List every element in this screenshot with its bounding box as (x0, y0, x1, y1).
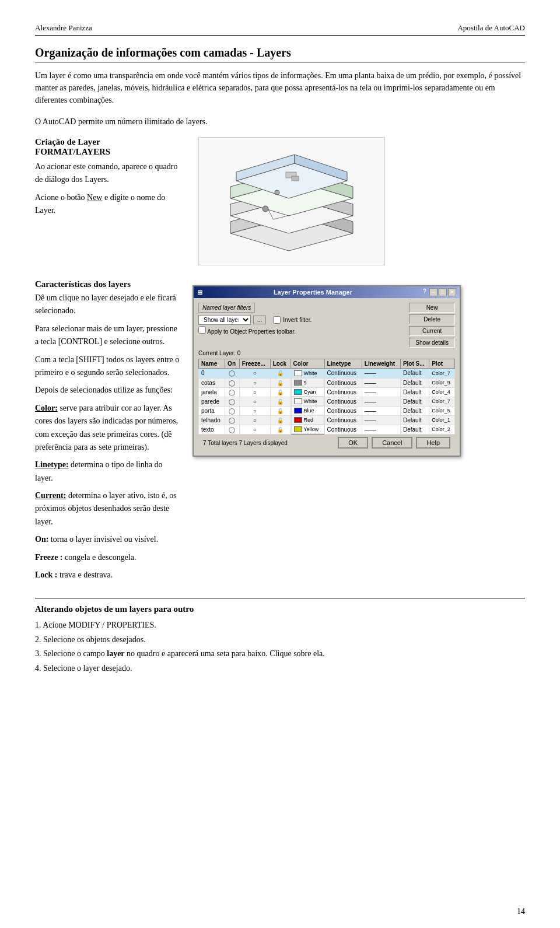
filter-dropdown[interactable]: Show all layers (198, 315, 251, 325)
page: Alexandre Panizza Apostila de AutoCAD Or… (0, 0, 560, 928)
cell-lock: 🔓 (270, 406, 290, 415)
ok-button[interactable]: OK (338, 437, 368, 449)
maximize-button[interactable]: □ (439, 288, 447, 296)
cell-plot: Color_4 (429, 387, 455, 397)
cell-color: Blue (291, 406, 324, 415)
minimize-button[interactable]: ─ (429, 288, 438, 296)
cell-lineweight: —— (362, 397, 400, 406)
cell-linetype: Continuous (324, 369, 362, 379)
col-lineweight: Lineweight (362, 359, 400, 369)
cell-lineweight: —— (362, 415, 400, 425)
close-button[interactable]: ✕ (448, 288, 456, 296)
cell-plot: Color_7 (429, 397, 455, 406)
section1-body1: Ao acionar este comando, aparece o quadr… (35, 160, 187, 187)
current-layer-button[interactable]: Current (409, 326, 455, 336)
cell-lock: 🔓 (270, 387, 290, 397)
delete-layer-button[interactable]: Delete (409, 314, 455, 324)
dialog-titlebar: ⊞ Layer Properties Manager ? ─ □ ✕ (194, 286, 460, 298)
col-color: Color (290, 359, 324, 369)
cell-on: ◯ (225, 387, 240, 397)
table-header-row: Name On Freeze... Lock Color Linetype Li… (199, 359, 455, 369)
cell-lineweight: —— (362, 387, 400, 397)
cell-lock: 🔓 (270, 397, 290, 406)
cell-on: ◯ (225, 397, 240, 406)
cell-on: ◯ (225, 369, 240, 379)
cell-name: telhado (199, 415, 225, 425)
cell-on: ◯ (225, 415, 240, 425)
cell-on: ◯ (225, 425, 240, 435)
new-layer-button[interactable]: New (409, 303, 455, 313)
apply-label: Apply to Object Properties toolbar. (207, 328, 296, 335)
on-label: On: (35, 535, 48, 544)
cell-freeze: ○ (239, 378, 270, 387)
layer-properties-dialog[interactable]: ⊞ Layer Properties Manager ? ─ □ ✕ Named… (192, 285, 461, 457)
current-layer-row: Current Layer: 0 (198, 350, 455, 356)
section2-lock: Lock : trava e destrava. (35, 569, 181, 582)
step-1: 1. Acione MODIFY / PROPERTIES. (35, 619, 525, 632)
freeze-label: Freeze : (35, 553, 63, 562)
cell-name: cotas (199, 378, 225, 387)
dialog-body: Named layer filters Show all layers ... … (194, 298, 460, 456)
section2-body3: Com a tecla [SHIFT] todos os layers entr… (35, 353, 181, 380)
new-underline: New (87, 193, 102, 202)
section2-on: On: torna o layer invisível ou visível. (35, 533, 181, 546)
cancel-button[interactable]: Cancel (372, 437, 412, 449)
layers-count: 7 Total layers 7 Layers displayed (203, 440, 288, 446)
cell-color: White (291, 369, 324, 378)
cell-color: Cyan (291, 387, 324, 397)
cell-name: 0 (199, 369, 225, 379)
cell-linetype: Continuous (324, 378, 362, 387)
col-plot: Plot (429, 359, 455, 369)
show-details-button[interactable]: Show details (409, 338, 455, 348)
apply-checkbox[interactable] (198, 326, 206, 334)
section-create-layer: Criação de Layer FORMAT/LAYERS Ao aciona… (35, 137, 525, 271)
table-row[interactable]: texto ◯ ○ 🔓 Yellow Continuous —— Default… (199, 425, 455, 435)
filter-section-label: Named layer filters (198, 303, 255, 313)
svg-point-18 (275, 190, 279, 195)
cell-lock: 🔓 (270, 425, 290, 435)
dialog-title-icon: ⊞ (197, 289, 202, 296)
invert-filter-row: Invert filter. (273, 316, 312, 324)
table-row[interactable]: porta ◯ ○ 🔓 Blue Continuous —— Default C… (199, 406, 455, 415)
section2-current: Current: determina o layer ativo, isto é… (35, 489, 181, 528)
col-linetype: Linetype (324, 359, 362, 369)
cell-plot-style: Default (400, 397, 429, 406)
document-title: Apostila de AutoCAD (457, 23, 525, 33)
table-row[interactable]: telhado ◯ ○ 🔓 Red Continuous —— Default … (199, 415, 455, 425)
cell-lineweight: —— (362, 425, 400, 435)
cell-color: White (291, 397, 324, 406)
section2-body1: Dê um clique no layer desejado e ele fic… (35, 292, 181, 318)
table-row[interactable]: parede ◯ ○ 🔓 White Continuous —— Default… (199, 397, 455, 406)
table-row[interactable]: 0 ◯ ○ 🔓 White Continuous —— Default Colo… (199, 369, 455, 379)
section2-body4: Depois de selecionados utilize as funçõe… (35, 384, 181, 397)
footer-buttons: OK Cancel Help (338, 437, 450, 449)
cell-on: ◯ (225, 378, 240, 387)
invert-filter-checkbox[interactable] (273, 316, 281, 324)
cell-on: ◯ (225, 406, 240, 415)
char-text: Características dos layers Dê um clique … (35, 279, 181, 586)
step-4: 4. Selecione o layer desejado. (35, 662, 525, 675)
invert-filter-label: Invert filter. (283, 317, 312, 323)
char-dialog: ⊞ Layer Properties Manager ? ─ □ ✕ Named… (192, 279, 525, 586)
filter-browse-button[interactable]: ... (253, 316, 266, 324)
cell-freeze: ○ (239, 425, 270, 435)
cell-freeze: ○ (239, 397, 270, 406)
section2-color: Color: serve para atribuir cor ao layer.… (35, 402, 181, 454)
table-row[interactable]: janela ◯ ○ 🔓 Cyan Continuous —— Default … (199, 387, 455, 397)
help-button[interactable]: Help (416, 437, 450, 449)
filter-controls: Show all layers ... Invert filter. (198, 315, 405, 325)
author-name: Alexandre Panizza (35, 23, 92, 33)
cell-plot-style: Default (400, 369, 429, 379)
intro-paragraph: Um layer é como uma transparência em ond… (35, 69, 525, 106)
cell-name: porta (199, 406, 225, 415)
cell-color: Yellow (291, 425, 324, 434)
col-freeze: Freeze... (239, 359, 270, 369)
cell-plot-style: Default (400, 378, 429, 387)
dialog-question-btn[interactable]: ? (421, 288, 428, 296)
dialog-buttons-group: New Delete Current Show details (409, 303, 455, 348)
svg-point-17 (262, 206, 268, 212)
page-title: Organização de informações com camadas -… (35, 46, 525, 62)
filter-row: Named layer filters Show all layers ... … (198, 303, 455, 348)
lock-label: Lock : (35, 570, 58, 579)
table-row[interactable]: cotas ◯ ○ 🔓 9 Continuous —— Default Colo… (199, 378, 455, 387)
